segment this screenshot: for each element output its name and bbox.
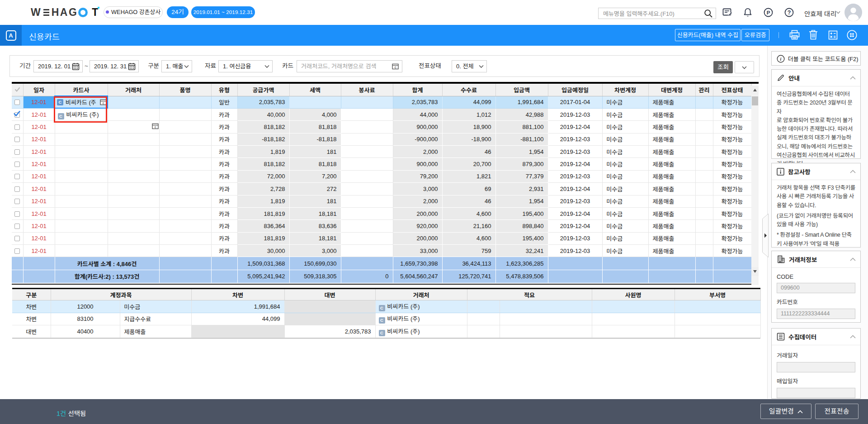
svg-text:P: P — [767, 10, 770, 15]
svg-text:c: c — [395, 65, 396, 69]
svg-text:c: c — [154, 125, 156, 129]
svg-text:i: i — [780, 57, 782, 62]
svg-text:?: ? — [788, 10, 791, 16]
